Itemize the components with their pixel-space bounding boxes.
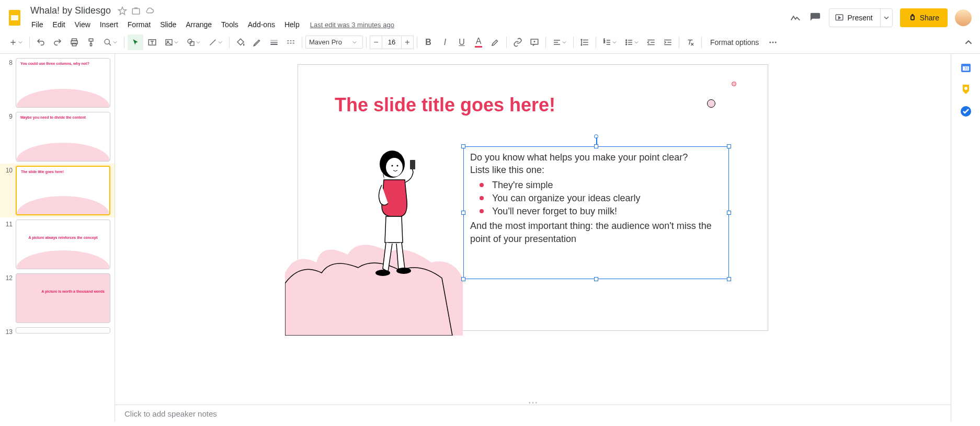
body-line-1: Do you know what helps you make your poi… (470, 151, 722, 164)
bullet-2: You can organize your ideas clearly (470, 192, 722, 204)
line-spacing-button[interactable] (577, 34, 592, 50)
filmstrip[interactable]: 8 You could use three columns, why not? … (0, 54, 115, 421)
svg-point-20 (772, 41, 774, 43)
present-button-group: Present (829, 8, 892, 27)
svg-rect-26 (410, 160, 415, 169)
collapse-toolbar-button[interactable] (962, 36, 975, 49)
zoom-button[interactable] (100, 34, 121, 50)
slide-thumbnail-9[interactable]: 9 Maybe you need to divide the content (0, 110, 115, 164)
share-button[interactable]: Share (900, 8, 948, 27)
align-button[interactable] (549, 34, 570, 50)
menu-slide[interactable]: Slide (156, 18, 180, 31)
italic-button[interactable]: I (437, 34, 453, 50)
menu-format[interactable]: Format (123, 18, 155, 31)
resize-handle-br[interactable] (727, 277, 731, 281)
menu-help[interactable]: Help (280, 18, 304, 31)
menubar: File Edit View Insert Format Slide Arran… (27, 18, 789, 31)
star-icon[interactable] (117, 6, 128, 16)
main-area: 8 You could use three columns, why not? … (0, 54, 980, 421)
undo-button[interactable] (33, 34, 49, 50)
slide-thumbnail-11[interactable]: 11 A picture always reinforces the conce… (0, 217, 115, 271)
tasks-addon-icon[interactable] (960, 105, 972, 118)
slide-title[interactable]: The slide title goes here! (335, 94, 555, 116)
underline-button[interactable]: U (454, 34, 470, 50)
svg-point-21 (775, 41, 777, 43)
menu-addons[interactable]: Add-ons (244, 18, 279, 31)
speaker-notes[interactable]: Click to add speaker notes (115, 405, 951, 421)
menu-tools[interactable]: Tools (217, 18, 243, 31)
present-label: Present (847, 14, 872, 22)
select-tool[interactable] (128, 34, 143, 50)
resize-handle-rm[interactable] (727, 211, 731, 215)
doc-title[interactable]: Whala! by Slidesgo (27, 4, 114, 17)
menu-edit[interactable]: Edit (49, 18, 70, 31)
svg-rect-12 (190, 41, 194, 45)
svg-point-27 (375, 270, 390, 276)
resize-handle-tm[interactable] (594, 144, 598, 148)
move-icon[interactable] (131, 6, 141, 16)
line-tool[interactable] (205, 34, 226, 50)
slide-thumbnail-10[interactable]: 10 The slide title goes here! (0, 164, 115, 217)
cloud-icon[interactable] (144, 6, 155, 16)
more-button[interactable] (765, 34, 781, 50)
indent-increase-button[interactable] (660, 34, 676, 50)
present-dropdown[interactable] (880, 9, 892, 27)
text-color-button[interactable]: A (471, 34, 486, 50)
numbered-list-button[interactable]: 12 (599, 34, 620, 50)
resize-handle-lm[interactable] (461, 211, 465, 215)
slide-thumbnail-8[interactable]: 8 You could use three columns, why not? (0, 56, 115, 110)
border-weight-button[interactable] (266, 34, 282, 50)
account-avatar[interactable] (955, 9, 972, 26)
slide-thumbnail-12[interactable]: 12 A picture is worth a thousand words (0, 271, 115, 325)
menu-arrange[interactable]: Arrange (181, 18, 216, 31)
last-edit-link[interactable]: Last edit was 3 minutes ago (310, 21, 394, 29)
menu-view[interactable]: View (71, 18, 95, 31)
keep-addon-icon[interactable] (960, 83, 972, 96)
bold-button[interactable]: B (420, 34, 436, 50)
print-button[interactable] (66, 34, 82, 50)
menu-file[interactable]: File (27, 18, 48, 31)
notes-drag-handle[interactable]: • • • (115, 400, 951, 405)
svg-point-32 (964, 87, 967, 90)
activity-icon[interactable] (789, 11, 802, 24)
svg-point-24 (392, 165, 393, 167)
svg-point-28 (396, 268, 411, 274)
resize-handle-bl[interactable] (461, 277, 465, 281)
side-panel: 31 (951, 54, 980, 421)
slide-thumbnail-13[interactable]: 13 (0, 325, 115, 338)
highlight-button[interactable] (487, 34, 503, 50)
comments-icon[interactable] (809, 11, 822, 24)
app-logo[interactable] (4, 7, 25, 28)
font-family-select[interactable]: Maven Pro (305, 36, 363, 49)
format-options-button[interactable]: Format options (705, 38, 764, 47)
image-tool[interactable] (161, 34, 182, 50)
indent-decrease-button[interactable] (643, 34, 659, 50)
svg-rect-2 (132, 8, 140, 14)
slide-canvas[interactable]: The slide title goes here! (298, 64, 768, 331)
calendar-addon-icon[interactable]: 31 (960, 61, 972, 74)
redo-button[interactable] (50, 34, 65, 50)
bulleted-list-button[interactable] (621, 34, 642, 50)
present-button[interactable]: Present (829, 9, 880, 27)
shape-tool[interactable] (183, 34, 204, 50)
border-dash-button[interactable] (283, 34, 299, 50)
clear-formatting-button[interactable] (682, 34, 698, 50)
font-size-decrease[interactable]: − (370, 36, 382, 49)
fill-color-button[interactable] (233, 34, 248, 50)
link-button[interactable] (510, 34, 526, 50)
border-color-button[interactable] (249, 34, 265, 50)
new-slide-button[interactable] (5, 34, 26, 50)
svg-rect-1 (11, 15, 18, 20)
textbox-tool[interactable] (144, 34, 160, 50)
font-size-increase[interactable]: + (401, 36, 414, 49)
resize-handle-bm[interactable] (594, 277, 598, 281)
menu-insert[interactable]: Insert (96, 18, 122, 31)
resize-handle-tr[interactable] (727, 144, 731, 148)
body-line-2: Lists like this one: (470, 164, 722, 176)
paint-format-button[interactable] (83, 34, 99, 50)
font-size-value[interactable]: 16 (382, 36, 401, 49)
svg-point-19 (770, 41, 771, 43)
body-textbox[interactable]: Do you know what helps you make your poi… (463, 146, 729, 279)
comment-button[interactable] (527, 34, 542, 50)
resize-handle-tl[interactable] (461, 144, 465, 148)
